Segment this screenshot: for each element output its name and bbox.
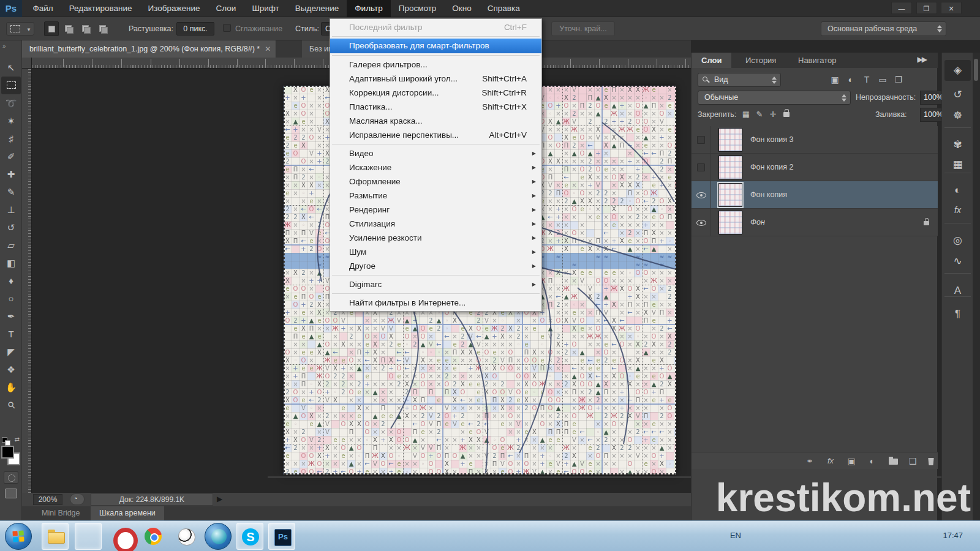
toolbar-collapse-icon[interactable]: »: [2, 43, 6, 50]
menu-item[interactable]: Просмотр: [391, 0, 445, 17]
bottom-panel-tab[interactable]: Шкала времени: [91, 506, 164, 520]
filter-menu-item[interactable]: Масляная краска...: [330, 114, 541, 128]
paragraph-panel-icon[interactable]: ¶: [944, 304, 971, 324]
filter-menu-item[interactable]: Адаптивный широкий угол... Shift+Ctrl+A: [330, 72, 541, 86]
healing-brush-tool[interactable]: ✚: [0, 165, 22, 183]
filter-menu-item[interactable]: [330, 273, 541, 277]
filter-menu-item[interactable]: Найти фильтры в Интернете...: [330, 296, 541, 310]
visibility-toggle[interactable]: [692, 126, 711, 154]
filter-shape-layers-icon[interactable]: ▭: [875, 73, 891, 87]
filter-adjustment-layers-icon[interactable]: ◐: [843, 73, 859, 87]
filter-menu-item[interactable]: Искажение ▶: [330, 160, 541, 174]
tool-preset-picker[interactable]: ▼: [6, 22, 34, 36]
right-edge-scrollbar[interactable]: [973, 53, 980, 520]
color-panel-icon[interactable]: ✾: [944, 135, 971, 156]
rectangular-marquee-tool[interactable]: [1, 77, 21, 94]
quick-mask-button[interactable]: [4, 471, 18, 484]
collapse-panel-icon[interactable]: ▶▶: [918, 55, 926, 64]
visibility-toggle[interactable]: [692, 209, 711, 236]
Фон копия 2[interactable]: Фон копия 2: [692, 154, 938, 181]
foreground-color-swatch[interactable]: [1, 446, 14, 459]
refine-edge-button[interactable]: Уточн. край...: [551, 21, 615, 36]
lock-paint-icon[interactable]: ✎: [753, 110, 766, 119]
filter-menu-item[interactable]: Видео ▶: [330, 146, 541, 160]
menu-item[interactable]: Слои: [208, 0, 244, 17]
menu-item[interactable]: Изображение: [140, 0, 208, 17]
menu-item[interactable]: Выделение: [287, 0, 347, 17]
filter-menu-item[interactable]: Преобразовать для смарт-фильтров: [330, 39, 541, 53]
pen-tool[interactable]: ✒: [0, 307, 22, 325]
dodge-tool[interactable]: ○: [0, 290, 22, 307]
selection-intersect-button[interactable]: [96, 21, 110, 36]
selection-add-button[interactable]: [61, 21, 76, 36]
navigator-panel-icon[interactable]: ☸: [944, 105, 971, 126]
explorer-taskbar-icon[interactable]: [42, 523, 69, 550]
filter-menu-item[interactable]: Усиление резкости ▶: [330, 231, 541, 245]
menu-item[interactable]: Фильтр: [347, 0, 390, 17]
character-panel-icon[interactable]: A: [944, 280, 971, 301]
taskbar-clock[interactable]: 17:47: [943, 531, 963, 540]
filter-menu-item[interactable]: [330, 34, 541, 39]
menu-item[interactable]: Справка: [480, 0, 528, 17]
quick-selection-tool[interactable]: ✶: [0, 112, 22, 130]
layer-mask-icon[interactable]: ▣: [842, 452, 861, 470]
status-clock-icon[interactable]: [70, 493, 85, 505]
filter-menu-item[interactable]: Рендеринг ▶: [330, 203, 541, 217]
menu-item[interactable]: Редактирование: [61, 0, 140, 17]
filter-menu-item[interactable]: Галерея фильтров...: [330, 58, 541, 72]
link-layers-icon[interactable]: ⚭: [801, 452, 819, 470]
default-colors-icon[interactable]: [2, 437, 7, 443]
panel-tab[interactable]: История: [736, 53, 786, 68]
clone-stamp-tool[interactable]: ⊥: [0, 201, 22, 219]
antialias-checkbox[interactable]: [223, 24, 231, 32]
new-layer-icon[interactable]: ❑: [903, 452, 922, 470]
status-options-arrow-icon[interactable]: ▶: [217, 495, 222, 503]
menu-item[interactable]: Файл: [24, 0, 61, 17]
splat-app-taskbar-icon[interactable]: [173, 523, 200, 550]
bottom-panel-tab[interactable]: Mini Bridge: [33, 506, 89, 520]
blend-mode-select[interactable]: Обычные: [698, 91, 851, 105]
filter-menu-item[interactable]: Пластика... Shift+Ctrl+X: [330, 100, 541, 114]
firefox-taskbar-icon[interactable]: [75, 523, 102, 550]
feather-input[interactable]: 0 пикс.: [176, 22, 214, 36]
filter-menu-item[interactable]: [330, 142, 541, 146]
paths-panel-icon[interactable]: ∿: [944, 251, 971, 272]
filter-menu-item[interactable]: [330, 53, 541, 58]
chrome-taskbar-icon[interactable]: [140, 523, 167, 550]
layer-filter-select[interactable]: Вид: [698, 73, 781, 87]
history-panel-icon[interactable]: ↺: [944, 84, 971, 105]
visibility-toggle[interactable]: [692, 181, 711, 209]
filter-menu-item[interactable]: Коррекция дисторсии... Shift+Ctrl+R: [330, 86, 541, 100]
channels-panel-icon[interactable]: ◎: [944, 230, 971, 251]
menu-item[interactable]: Шрифт: [244, 0, 287, 17]
lasso-tool[interactable]: ➰: [0, 94, 22, 112]
visibility-toggle[interactable]: [692, 154, 711, 181]
document-size-info[interactable]: Док: 224.8K/899.1K: [91, 493, 213, 506]
hand-tool[interactable]: ✋: [0, 378, 22, 396]
adjustments-panel-icon[interactable]: ◐: [944, 180, 971, 201]
blur-tool[interactable]: ♦: [0, 272, 22, 290]
custom-shape-tool[interactable]: ❖: [0, 361, 22, 378]
filter-smart-objects-icon[interactable]: ❐: [891, 73, 907, 87]
close-tab-icon[interactable]: ✕: [265, 40, 271, 58]
language-indicator[interactable]: EN: [730, 531, 741, 540]
filter-menu-item[interactable]: Исправление перспективы... Alt+Ctrl+V: [330, 128, 541, 142]
lock-all-icon[interactable]: [780, 108, 793, 119]
filter-menu-item[interactable]: Размытие ▶: [330, 189, 541, 203]
filter-menu-item[interactable]: Стилизация ▶: [330, 217, 541, 231]
selection-new-button[interactable]: [44, 21, 59, 36]
filter-pixel-layers-icon[interactable]: ▣: [827, 73, 843, 87]
swap-colors-icon[interactable]: ⇄: [15, 436, 20, 443]
photoshop-taskbar-icon[interactable]: Ps: [268, 523, 295, 550]
close-button[interactable]: ✕: [941, 2, 962, 14]
panel-tab[interactable]: Навигатор: [788, 53, 846, 68]
filter-menu-item[interactable]: Шум ▶: [330, 245, 541, 259]
vertical-ruler[interactable]: [22, 69, 32, 493]
layer-style-icon[interactable]: fx: [821, 452, 840, 470]
eraser-tool[interactable]: ▱: [0, 236, 22, 254]
adjustment-layer-icon[interactable]: ◐: [863, 452, 881, 470]
lock-transparency-icon[interactable]: ▦: [739, 110, 753, 119]
filter-menu-item[interactable]: Digimarc ▶: [330, 277, 541, 291]
opera-taskbar-icon[interactable]: [108, 523, 135, 550]
crop-tool[interactable]: ♯: [0, 130, 22, 148]
